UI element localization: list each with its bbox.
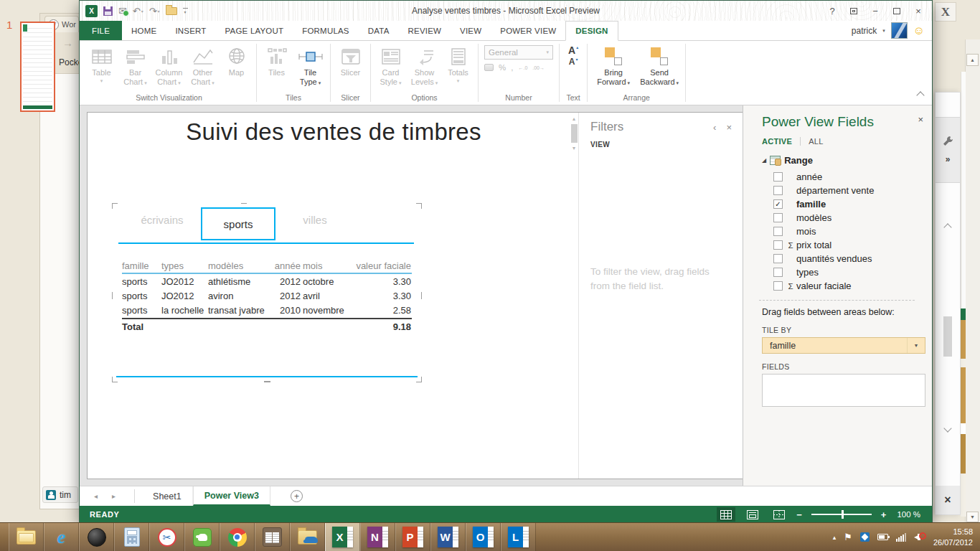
totals-button[interactable]: Totals▾ — [441, 42, 475, 84]
scroll-up-icon[interactable]: ▴ — [966, 54, 979, 66]
panel-scroll-up-icon[interactable] — [943, 223, 951, 231]
taskbar-icon-snipping-tool[interactable]: ✂ — [149, 523, 184, 551]
normal-view-button[interactable] — [717, 507, 735, 522]
tab-power-view[interactable]: POWER VIEW — [491, 21, 565, 40]
field-checkbox[interactable] — [773, 227, 783, 236]
taskbar-icon-reader[interactable] — [255, 523, 290, 551]
excel-logo-icon[interactable]: X — [85, 5, 98, 17]
feedback-smiley-icon[interactable]: ☺ — [913, 25, 925, 37]
tab-data[interactable]: DATA — [359, 21, 399, 40]
send-backward-button[interactable]: Send Backward▾ — [636, 42, 682, 87]
field-item-types[interactable]: types — [773, 265, 925, 279]
zoom-slider[interactable] — [811, 514, 872, 515]
selection-handle[interactable] — [264, 381, 270, 382]
clock[interactable]: 15:58 26/07/2012 — [933, 527, 973, 548]
tab-review[interactable]: REVIEW — [399, 21, 451, 40]
taskbar-icon-onenote[interactable]: N — [360, 523, 395, 551]
panel-close-button[interactable]: × — [936, 486, 960, 514]
action-center-icon[interactable]: ⚑ — [844, 532, 852, 542]
tab-file[interactable]: FILE — [80, 21, 122, 40]
column-header[interactable]: modèles — [208, 260, 268, 271]
taskbar-icon-word[interactable]: W — [430, 523, 466, 551]
selection-handle[interactable] — [421, 292, 422, 299]
background-scrollbar[interactable]: ▴ ▼ ▴ ▾ — [965, 39, 980, 551]
volume-muted-icon[interactable] — [914, 532, 925, 542]
report-title[interactable]: Suivi des ventes de timbres — [88, 118, 580, 146]
add-sheet-button[interactable]: + — [291, 490, 303, 502]
taskbar-icon-outlook[interactable]: O — [466, 523, 501, 551]
field-checkbox[interactable] — [773, 281, 783, 291]
field-item-quantites-vendues[interactable]: quantités vendues — [773, 252, 925, 265]
tab-active[interactable]: ACTIVE — [762, 137, 792, 146]
redo-button[interactable]: ↷▾ — [149, 6, 160, 17]
comma-style-button[interactable]: , — [511, 63, 513, 72]
tile-tab-ecrivains[interactable]: écrivains — [132, 214, 192, 226]
customize-qat-button[interactable]: ▾ — [183, 8, 188, 14]
panel-scroll-down-icon[interactable] — [943, 424, 951, 432]
field-item-mois[interactable]: mois — [773, 225, 925, 238]
column-header[interactable]: types — [161, 260, 206, 271]
field-checkbox[interactable] — [773, 186, 783, 195]
filters-scope-view[interactable]: VIEW — [590, 141, 732, 149]
battery-icon[interactable] — [877, 534, 888, 540]
table-row[interactable]: sports la rochelle transat jvabre 2010 n… — [122, 303, 412, 317]
column-header[interactable]: année — [270, 260, 301, 271]
tile-by-select[interactable]: famille ▼ — [762, 337, 925, 354]
page-layout-view-button[interactable] — [743, 507, 762, 522]
slicer-button[interactable]: Slicer — [334, 42, 367, 77]
table-row[interactable]: sports JO2012 athlétisme 2012 octobre 3.… — [122, 274, 412, 288]
tile-type-button[interactable]: Tile Type▾ — [293, 42, 327, 87]
show-levels-button[interactable]: Show Levels▾ — [407, 42, 441, 87]
selection-handle[interactable] — [241, 203, 247, 204]
column-header[interactable]: famille — [122, 260, 159, 271]
other-chart-button[interactable]: Other Chart▾ — [186, 42, 220, 87]
tab-all[interactable]: ALL — [809, 137, 823, 146]
taskbar-icon-skydrive[interactable] — [290, 523, 325, 551]
taskbar-icon-utility[interactable] — [79, 523, 114, 551]
report-scrollbar[interactable]: ▴ ▾ — [570, 116, 578, 151]
tab-view[interactable]: VIEW — [451, 21, 491, 40]
sheet-nav-left-icon[interactable]: ◂ — [94, 492, 98, 500]
field-checkbox[interactable] — [773, 172, 783, 182]
bring-forward-button[interactable]: Bring Forward▾ — [590, 42, 636, 87]
zoom-in-button[interactable]: + — [881, 509, 887, 520]
taskbar-icon-evernote[interactable] — [184, 523, 220, 551]
accounting-format-icon[interactable] — [484, 64, 494, 71]
column-header[interactable]: mois — [303, 260, 347, 271]
field-item-famille[interactable]: ✓ famille — [773, 197, 925, 211]
table-button[interactable]: Table▾ — [85, 42, 118, 84]
fullscreen-button[interactable] — [843, 1, 864, 20]
sheet-nav-right-icon[interactable]: ▸ — [112, 492, 116, 500]
scroll-down-icon[interactable]: ▾ — [573, 145, 575, 151]
help-button[interactable]: ? — [821, 1, 843, 20]
page-break-view-button[interactable] — [770, 507, 788, 522]
close-pane-icon[interactable]: × — [918, 114, 923, 125]
panel-scroll-thumb[interactable] — [943, 316, 952, 357]
browser-contact-item[interactable]: tim — [42, 486, 78, 503]
sheet-tab-sheet1[interactable]: Sheet1 — [142, 486, 193, 506]
tile-tab-sports[interactable]: sports — [201, 207, 275, 240]
save-icon[interactable] — [103, 6, 113, 16]
map-button[interactable]: Map — [220, 42, 253, 77]
bar-chart-button[interactable]: Bar Chart▾ — [118, 42, 152, 87]
field-item-modeles[interactable]: modèles — [773, 211, 925, 225]
taskbar-icon-chrome[interactable] — [220, 523, 255, 551]
field-checkbox[interactable] — [773, 268, 783, 277]
scroll-up-icon[interactable]: ▴ — [573, 116, 575, 122]
table-node-range[interactable]: ◢ Range — [762, 155, 925, 166]
column-header[interactable]: valeur faciale — [349, 260, 411, 271]
percent-style-button[interactable]: % — [499, 63, 506, 72]
collapse-ribbon-icon[interactable] — [916, 91, 924, 99]
tab-design[interactable]: DESIGN — [565, 21, 618, 41]
collapse-pane-icon[interactable]: ‹ — [713, 122, 716, 133]
card-style-button[interactable]: Card Style▾ — [374, 42, 407, 87]
table-row[interactable]: sports JO2012 aviron 2012 avril 3.30 — [122, 288, 412, 303]
scroll-thumb[interactable] — [571, 124, 578, 143]
number-format-select[interactable]: General ▾ — [484, 45, 553, 60]
user-name[interactable]: patrick — [852, 26, 877, 36]
fields-drop-zone[interactable] — [762, 374, 925, 407]
field-item-departement-vente[interactable]: département vente — [773, 184, 925, 197]
zoom-level[interactable]: 100 % — [897, 510, 920, 519]
field-checkbox[interactable] — [773, 213, 783, 222]
taskbar-icon-lync[interactable]: L — [501, 523, 536, 551]
